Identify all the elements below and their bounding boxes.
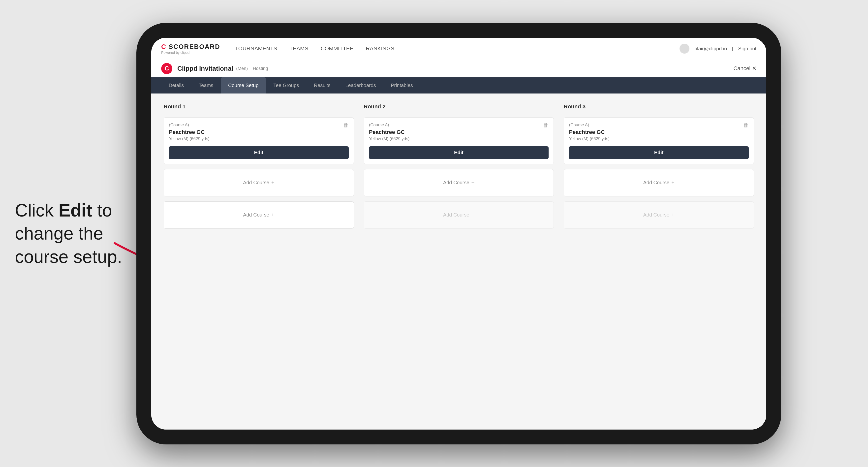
round-3-add-course-2: Add Course + (564, 201, 754, 229)
round-3-course-card: 🗑 (Course A) Peachtree GC Yellow (M) (66… (564, 117, 754, 164)
round-2-plus-icon-2: + (471, 212, 474, 218)
round-1-course-card: 🗑 (Course A) Peachtree GC Yellow (M) (66… (164, 117, 354, 164)
round-1-course-label: (Course A) (169, 123, 349, 127)
tab-results[interactable]: Results (307, 77, 338, 93)
logo-area: C SCOREBOARD Powered by clippd (161, 43, 220, 55)
round-2-add-course-label-1: Add Course (443, 180, 469, 186)
annotation-prefix: Click (15, 200, 59, 220)
round-2-course-card: 🗑 (Course A) Peachtree GC Yellow (M) (66… (364, 117, 554, 164)
round-2-delete-icon[interactable]: 🗑 (541, 121, 550, 129)
round-1-plus-icon-1: + (271, 180, 275, 186)
tab-printables[interactable]: Printables (383, 77, 421, 93)
tablet-screen: C SCOREBOARD Powered by clippd TOURNAMEN… (151, 38, 766, 430)
round-1-add-course-label-1: Add Course (243, 180, 269, 186)
round-1-course-name: Peachtree GC (169, 129, 349, 135)
round-2-course-label: (Course A) (369, 123, 549, 127)
tab-course-setup[interactable]: Course Setup (221, 77, 266, 93)
round-2-add-course-2: Add Course + (364, 201, 554, 229)
logo-sub: Powered by clippd (161, 51, 220, 55)
tab-bar: Details Teams Course Setup Tee Groups Re… (151, 77, 766, 93)
round-1-title: Round 1 (164, 103, 354, 110)
annotation-text: Click Edit to change the course setup. (15, 199, 144, 268)
round-2-plus-icon-1: + (471, 180, 474, 186)
sign-out-link[interactable]: Sign out (738, 46, 756, 52)
round-3-edit-button[interactable]: Edit (569, 146, 749, 159)
round-1-plus-icon-2: + (271, 212, 275, 218)
main-content: Round 1 🗑 (Course A) Peachtree GC Yellow… (151, 93, 766, 430)
round-1-delete-icon[interactable]: 🗑 (342, 121, 350, 129)
annotation-bold: Edit (59, 200, 92, 220)
logo-c-letter: C (161, 43, 166, 50)
main-nav: TOURNAMENTS TEAMS COMMITTEE RANKINGS (235, 45, 680, 52)
round-3-add-course-1[interactable]: Add Course + (564, 169, 754, 196)
cancel-x: ✕ (752, 65, 756, 71)
round-1-add-course-2[interactable]: Add Course + (164, 201, 354, 229)
tab-details[interactable]: Details (161, 77, 191, 93)
cancel-label: Cancel (733, 65, 750, 71)
round-2-column: Round 2 🗑 (Course A) Peachtree GC Yellow… (364, 103, 554, 229)
round-3-title: Round 3 (564, 103, 754, 110)
nav-rankings[interactable]: RANKINGS (366, 45, 394, 52)
round-2-add-course-label-2: Add Course (443, 212, 469, 218)
tournament-logo: C (161, 63, 173, 74)
round-3-course-name: Peachtree GC (569, 129, 749, 135)
tablet-device: C SCOREBOARD Powered by clippd TOURNAMEN… (136, 23, 781, 444)
round-3-delete-icon[interactable]: 🗑 (742, 121, 750, 129)
round-3-course-details: Yellow (M) (6629 yds) (569, 136, 749, 142)
round-3-column: Round 3 🗑 (Course A) Peachtree GC Yellow… (564, 103, 754, 229)
pipe-separator: | (732, 46, 733, 52)
tournament-logo-letter: C (165, 65, 169, 72)
logo-scoreboard: SCOREBOARD (168, 43, 220, 50)
nav-teams[interactable]: TEAMS (289, 45, 308, 52)
round-3-add-course-label-2: Add Course (643, 212, 669, 218)
tab-leaderboards[interactable]: Leaderboards (338, 77, 383, 93)
user-email: blair@clippd.io (694, 46, 727, 52)
round-2-course-details: Yellow (M) (6629 yds) (369, 136, 549, 142)
nav-right: blair@clippd.io | Sign out (680, 44, 756, 54)
logo-text: C SCOREBOARD (161, 43, 220, 51)
tournament-gender: (Men) (236, 66, 248, 71)
cancel-button[interactable]: Cancel ✕ (733, 65, 756, 72)
tab-tee-groups[interactable]: Tee Groups (266, 77, 306, 93)
round-1-course-details: Yellow (M) (6629 yds) (169, 136, 349, 142)
nav-committee[interactable]: COMMITTEE (321, 45, 353, 52)
round-3-plus-icon-2: + (671, 212, 675, 218)
round-1-add-course-1[interactable]: Add Course + (164, 169, 354, 196)
hosting-badge: Hosting (253, 66, 268, 71)
top-navigation: C SCOREBOARD Powered by clippd TOURNAMEN… (151, 38, 766, 60)
sub-header: C Clippd Invitational (Men) Hosting Canc… (151, 60, 766, 77)
round-1-add-course-label-2: Add Course (243, 212, 269, 218)
round-1-edit-button[interactable]: Edit (169, 146, 349, 159)
tab-teams[interactable]: Teams (191, 77, 221, 93)
round-2-add-course-1[interactable]: Add Course + (364, 169, 554, 196)
tournament-title: Clippd Invitational (177, 65, 233, 72)
round-2-edit-button[interactable]: Edit (369, 146, 549, 159)
round-3-add-course-label-1: Add Course (643, 180, 669, 186)
rounds-container: Round 1 🗑 (Course A) Peachtree GC Yellow… (164, 103, 754, 229)
round-2-title: Round 2 (364, 103, 554, 110)
round-3-plus-icon-1: + (671, 180, 675, 186)
round-3-course-label: (Course A) (569, 123, 749, 127)
nav-tournaments[interactable]: TOURNAMENTS (235, 45, 277, 52)
round-2-course-name: Peachtree GC (369, 129, 549, 135)
round-1-column: Round 1 🗑 (Course A) Peachtree GC Yellow… (164, 103, 354, 229)
user-avatar (680, 44, 689, 54)
